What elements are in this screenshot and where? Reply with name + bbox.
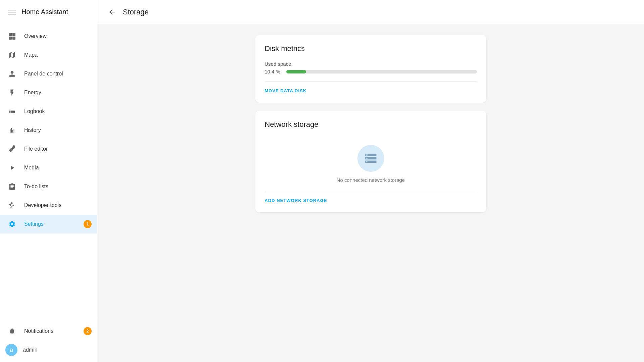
avatar: a	[5, 344, 17, 356]
svg-rect-0	[8, 10, 16, 10]
sidebar-label-mapa: Mapa	[24, 52, 92, 58]
bolt-icon	[5, 86, 19, 99]
disk-metrics-card: Disk metrics Used space 10.4 % MOVE DATA…	[255, 35, 486, 103]
sidebar-label-todo: To-do lists	[24, 184, 92, 190]
sidebar-item-history[interactable]: History	[0, 121, 97, 140]
network-card-divider	[265, 191, 477, 191]
svg-rect-3	[9, 33, 12, 36]
person-icon	[5, 67, 19, 81]
add-network-storage-button[interactable]: ADD NETWORK STORAGE	[265, 195, 327, 206]
sidebar-item-energy[interactable]: Energy	[0, 83, 97, 102]
card-divider	[265, 81, 477, 82]
used-space-label: Used space	[265, 61, 477, 67]
gear-icon	[5, 217, 19, 231]
network-storage-card: Network storage No connected network sto…	[255, 111, 486, 212]
sidebar-label-file-editor: File editor	[24, 146, 92, 152]
sidebar-item-logbook[interactable]: Logbook	[0, 102, 97, 121]
network-storage-empty: No connected network storage	[265, 137, 477, 190]
svg-rect-1	[8, 12, 16, 12]
sidebar-header: Home Assistant	[0, 0, 97, 24]
sidebar-item-file-editor[interactable]: File editor	[0, 140, 97, 158]
disk-percent-value: 10.4 %	[265, 69, 281, 74]
content-inner: Disk metrics Used space 10.4 % MOVE DATA…	[250, 35, 492, 351]
sidebar-item-media[interactable]: Media	[0, 158, 97, 177]
disk-percent-row: 10.4 %	[265, 69, 477, 74]
list-icon	[5, 105, 19, 118]
disk-progress-bar	[286, 70, 477, 73]
map-icon	[5, 48, 19, 62]
sidebar-label-energy: Energy	[24, 90, 92, 96]
sidebar-label-media: Media	[24, 165, 92, 171]
notifications-badge: 2	[84, 327, 92, 335]
sidebar-bottom: Notifications 2 a admin	[0, 319, 97, 362]
sidebar-item-settings[interactable]: Settings 1	[0, 215, 97, 234]
hammer-icon	[5, 199, 19, 212]
network-storage-icon-circle	[357, 145, 384, 172]
sidebar-item-notifications[interactable]: Notifications 2	[0, 322, 97, 341]
sidebar: Home Assistant Overview Mapa	[0, 0, 97, 362]
sidebar-nav: Overview Mapa Panel de control	[0, 24, 97, 319]
svg-rect-5	[9, 37, 12, 40]
bar-chart-icon	[5, 123, 19, 137]
svg-rect-2	[8, 14, 16, 14]
bell-icon	[5, 324, 19, 338]
sidebar-item-overview[interactable]: Overview	[0, 27, 97, 46]
sidebar-label-overview: Overview	[24, 33, 92, 39]
network-storage-title: Network storage	[265, 120, 477, 129]
sidebar-label-logbook: Logbook	[24, 108, 92, 114]
sidebar-item-user[interactable]: a admin	[0, 341, 97, 359]
svg-rect-6	[12, 37, 15, 40]
svg-rect-4	[12, 33, 15, 36]
sidebar-label-settings: Settings	[24, 221, 84, 227]
wrench-icon	[5, 142, 19, 156]
play-icon	[5, 161, 19, 174]
main-content: Storage Disk metrics Used space 10.4 % M…	[97, 0, 644, 362]
disk-progress-fill	[286, 70, 306, 73]
clipboard-icon	[5, 180, 19, 193]
page-title: Storage	[123, 8, 149, 16]
app-title: Home Assistant	[21, 8, 68, 16]
sidebar-label-panel: Panel de control	[24, 71, 92, 77]
sidebar-item-developer-tools[interactable]: Developer tools	[0, 196, 97, 215]
move-data-disk-button[interactable]: MOVE DATA DISK	[265, 86, 307, 96]
disk-metrics-title: Disk metrics	[265, 44, 477, 53]
settings-badge: 1	[84, 220, 92, 228]
sidebar-label-dev-tools: Developer tools	[24, 202, 92, 208]
content-area: Disk metrics Used space 10.4 % MOVE DATA…	[97, 24, 644, 362]
network-empty-text: No connected network storage	[337, 177, 405, 183]
sidebar-item-panel-de-control[interactable]: Panel de control	[0, 64, 97, 83]
sidebar-item-todo-lists[interactable]: To-do lists	[0, 177, 97, 196]
topbar: Storage	[97, 0, 644, 24]
sidebar-label-notifications: Notifications	[24, 328, 84, 334]
storage-icon	[364, 152, 378, 165]
sidebar-label-user: admin	[23, 347, 92, 353]
grid-icon	[5, 30, 19, 43]
sidebar-label-history: History	[24, 127, 92, 133]
menu-toggle-icon[interactable]	[5, 5, 19, 19]
sidebar-item-mapa[interactable]: Mapa	[0, 46, 97, 64]
back-button[interactable]	[105, 5, 119, 19]
